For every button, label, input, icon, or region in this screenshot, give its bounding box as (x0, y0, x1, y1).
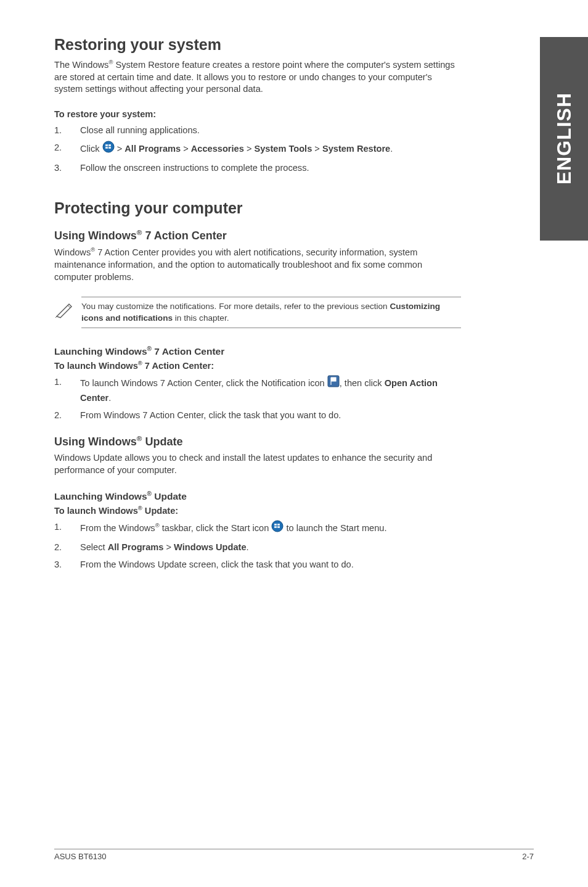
text-bold: System Tools (254, 144, 312, 154)
text: to launch the Start menu. (284, 523, 386, 533)
text: in this chapter. (173, 313, 229, 323)
footer: ASUS BT6130 2-7 (54, 849, 534, 861)
text: The Windows (54, 60, 108, 70)
text: Update (152, 491, 187, 501)
reg-mark: ® (155, 522, 160, 529)
step-text: Follow the onscreen instructions to comp… (80, 162, 461, 175)
text: 7 Action Center (142, 229, 226, 242)
text: Update: (142, 506, 178, 516)
page-content: Restoring your system The Windows® Syste… (0, 0, 515, 571)
text: . (390, 144, 393, 154)
footer-right: 2-7 (522, 852, 534, 861)
text: Launching Windows (54, 346, 147, 357)
text: 7 Action Center (152, 346, 224, 357)
step-text: From the Windows® taskbar, click the Sta… (80, 521, 461, 537)
text-bold: All Programs (108, 542, 164, 552)
text-bold: System Restore (322, 144, 390, 154)
text: Windows (54, 247, 91, 257)
text: > (244, 144, 255, 154)
step-num: 3. (54, 558, 80, 571)
steps-restore: 1. Close all running applications. 2. Cl… (54, 124, 461, 175)
text: System Restore feature creates a restore… (54, 60, 455, 94)
text: . (247, 542, 249, 552)
text: Click (80, 144, 102, 154)
step-num: 2. (54, 541, 80, 554)
start-orb-icon (271, 520, 284, 536)
text: You may customize the notifications. For… (81, 302, 390, 311)
text: 7 Action Center provides you with alert … (54, 247, 422, 281)
step-text: Select All Programs > Windows Update. (80, 541, 461, 554)
list-item: 2. Click > All Programs > Accessories > … (54, 141, 461, 157)
list-item: 2. From Windows 7 Action Center, click t… (54, 409, 461, 422)
reg-mark: ® (138, 360, 142, 366)
start-orb-icon (102, 141, 115, 157)
reg-mark: ® (147, 490, 152, 497)
list-item: 1. To launch Windows 7 Action Center, cl… (54, 376, 461, 405)
text: Using Windows (54, 229, 137, 242)
subhead-launch-ac: To launch Windows® 7 Action Center: (54, 360, 461, 371)
h3-launch-update: Launching Windows® Update (54, 490, 461, 502)
text: 7 Action Center: (142, 361, 214, 371)
pencil-icon (54, 297, 81, 321)
list-item: 3. Follow the onscreen instructions to c… (54, 162, 461, 175)
steps-launch-ac: 1. To launch Windows 7 Action Center, cl… (54, 376, 461, 422)
list-item: 1. Close all running applications. (54, 124, 461, 137)
subheading-action-center: Using Windows® 7 Action Center (54, 228, 461, 242)
text: > (115, 144, 125, 154)
step-text: Click > All Programs > Accessories > Sys… (80, 141, 461, 157)
text: To launch Windows 7 Action Center, click… (80, 378, 327, 388)
step-num: 1. (54, 376, 80, 405)
heading-restoring: Restoring your system (54, 36, 461, 54)
text: . (108, 393, 111, 403)
step-num: 1. (54, 521, 80, 537)
steps-launch-update: 1. From the Windows® taskbar, click the … (54, 521, 461, 571)
reg-mark: ® (138, 505, 142, 511)
step-num: 2. (54, 409, 80, 422)
subhead-launch-update: To launch Windows® Update: (54, 505, 461, 516)
text: To launch Windows (54, 506, 138, 516)
subheading-windows-update: Using Windows® Update (54, 434, 461, 448)
text: , then click (340, 378, 385, 388)
step-text: Close all running applications. (80, 124, 461, 137)
text: Update (142, 435, 182, 448)
text-bold: Windows Update (174, 542, 246, 552)
text: Launching Windows (54, 491, 147, 501)
text: > (312, 144, 322, 154)
subhead-restore: To restore your system: (54, 109, 461, 119)
list-item: 2. Select All Programs > Windows Update. (54, 541, 461, 554)
heading-protecting: Protecting your computer (54, 199, 461, 217)
text: > (181, 144, 191, 154)
intro-windows-update: Windows Update allows you to check and i… (54, 452, 461, 476)
intro-action-center: Windows® 7 Action Center provides you wi… (54, 246, 461, 283)
note-text: You may customize the notifications. For… (81, 297, 461, 328)
text: taskbar, click the Start icon (160, 523, 272, 533)
footer-left: ASUS BT6130 (54, 852, 107, 861)
text: Using Windows (54, 435, 137, 448)
text-bold: All Programs (125, 144, 181, 154)
step-text: To launch Windows 7 Action Center, click… (80, 376, 461, 405)
step-text: From Windows 7 Action Center, click the … (80, 409, 461, 422)
flag-icon (327, 375, 340, 391)
reg-mark: ® (147, 345, 152, 352)
text: To launch Windows (54, 361, 138, 371)
h3-launch-action-center: Launching Windows® 7 Action Center (54, 345, 461, 357)
step-num: 3. (54, 162, 80, 175)
side-tab: ENGLISH (540, 37, 588, 241)
text: From the Windows (80, 523, 155, 533)
list-item: 3. From the Windows Update screen, click… (54, 558, 461, 571)
step-text: From the Windows Update screen, click th… (80, 558, 461, 571)
text-bold: Accessories (191, 144, 244, 154)
step-num: 1. (54, 124, 80, 137)
text: > (163, 542, 174, 552)
intro-restoring: The Windows® System Restore feature crea… (54, 59, 461, 96)
list-item: 1. From the Windows® taskbar, click the … (54, 521, 461, 537)
section-windows-update: Using Windows® Update Windows Update all… (54, 434, 461, 571)
note-box: You may customize the notifications. For… (54, 297, 461, 328)
text: Select (80, 542, 108, 552)
side-tab-label: ENGLISH (553, 93, 576, 184)
step-num: 2. (54, 141, 80, 157)
